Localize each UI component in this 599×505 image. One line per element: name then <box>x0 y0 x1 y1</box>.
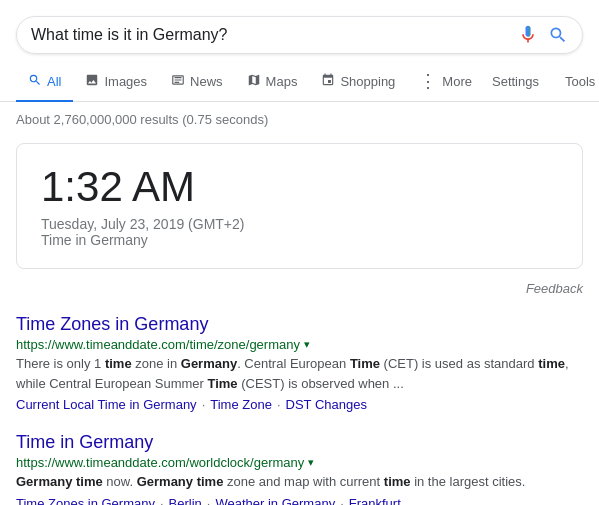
time-display: 1:32 AM <box>41 164 558 210</box>
search-result-2: Time in Germany https://www.timeanddate.… <box>0 422 599 505</box>
link-sep-2-2: · <box>340 496 344 505</box>
tab-news[interactable]: News <box>159 63 235 102</box>
tab-news-label: News <box>190 74 223 89</box>
result-snippet-1: There is only 1 time zone in Germany. Ce… <box>16 354 583 393</box>
tab-all-label: All <box>47 74 61 89</box>
search-bar <box>16 16 583 54</box>
link-sep-1-0: · <box>202 397 206 412</box>
result-link-1-0[interactable]: Current Local Time in Germany <box>16 397 197 412</box>
feedback-link[interactable]: Feedback <box>526 281 583 296</box>
more-dots-icon: ⋮ <box>419 72 437 90</box>
tab-maps-label: Maps <box>266 74 298 89</box>
time-date: Tuesday, July 23, 2019 (GMT+2) <box>41 216 558 232</box>
result-link-2-1[interactable]: Berlin <box>169 496 202 505</box>
tab-all[interactable]: All <box>16 63 73 102</box>
result-title-1[interactable]: Time Zones in Germany <box>16 314 208 334</box>
all-icon <box>28 73 42 90</box>
search-icon[interactable] <box>548 25 568 45</box>
tab-more[interactable]: ⋮ More <box>407 62 484 102</box>
images-icon <box>85 73 99 90</box>
maps-icon <box>247 73 261 90</box>
search-result-1: Time Zones in Germany https://www.timean… <box>0 304 599 422</box>
tab-maps[interactable]: Maps <box>235 63 310 102</box>
time-card: 1:32 AM Tuesday, July 23, 2019 (GMT+2) T… <box>16 143 583 269</box>
search-icons <box>518 25 568 45</box>
tab-images-label: Images <box>104 74 147 89</box>
result-link-2-2[interactable]: Weather in Germany <box>215 496 335 505</box>
shopping-icon <box>321 73 335 90</box>
link-sep-1-1: · <box>277 397 281 412</box>
tab-shopping[interactable]: Shopping <box>309 63 407 102</box>
tab-images[interactable]: Images <box>73 63 159 102</box>
settings-link[interactable]: Settings <box>484 64 547 99</box>
tab-more-label: More <box>442 74 472 89</box>
dropdown-arrow-2[interactable]: ▾ <box>308 456 314 469</box>
nav-tabs: All Images News Maps Shopping ⋮ More Set… <box>0 62 599 102</box>
result-title-2[interactable]: Time in Germany <box>16 432 153 452</box>
result-links-2: Time Zones in Germany · Berlin · Weather… <box>16 496 583 505</box>
result-link-1-2[interactable]: DST Changes <box>286 397 367 412</box>
result-url-2: https://www.timeanddate.com/worldclock/g… <box>16 455 304 470</box>
link-sep-2-1: · <box>207 496 211 505</box>
result-links-1: Current Local Time in Germany · Time Zon… <box>16 397 583 412</box>
result-url-row-2: https://www.timeanddate.com/worldclock/g… <box>16 455 583 470</box>
result-link-2-0[interactable]: Time Zones in Germany <box>16 496 155 505</box>
results-count: About 2,760,000,000 results (0.75 second… <box>0 102 599 135</box>
result-link-2-3[interactable]: Frankfurt <box>349 496 401 505</box>
result-link-1-1[interactable]: Time Zone <box>210 397 272 412</box>
mic-icon[interactable] <box>518 25 538 45</box>
search-input[interactable] <box>31 26 518 44</box>
nav-settings-area: Settings Tools <box>484 64 599 99</box>
dropdown-arrow-1[interactable]: ▾ <box>304 338 310 351</box>
news-icon <box>171 73 185 90</box>
search-bar-area <box>0 0 599 54</box>
result-url-1: https://www.timeanddate.com/time/zone/ge… <box>16 337 300 352</box>
link-sep-2-0: · <box>160 496 164 505</box>
tab-shopping-label: Shopping <box>340 74 395 89</box>
time-location: Time in Germany <box>41 232 558 248</box>
tools-link[interactable]: Tools <box>557 64 599 99</box>
result-url-row-1: https://www.timeanddate.com/time/zone/ge… <box>16 337 583 352</box>
result-snippet-2: Germany time now. Germany time zone and … <box>16 472 583 492</box>
feedback-row: Feedback <box>0 277 599 304</box>
